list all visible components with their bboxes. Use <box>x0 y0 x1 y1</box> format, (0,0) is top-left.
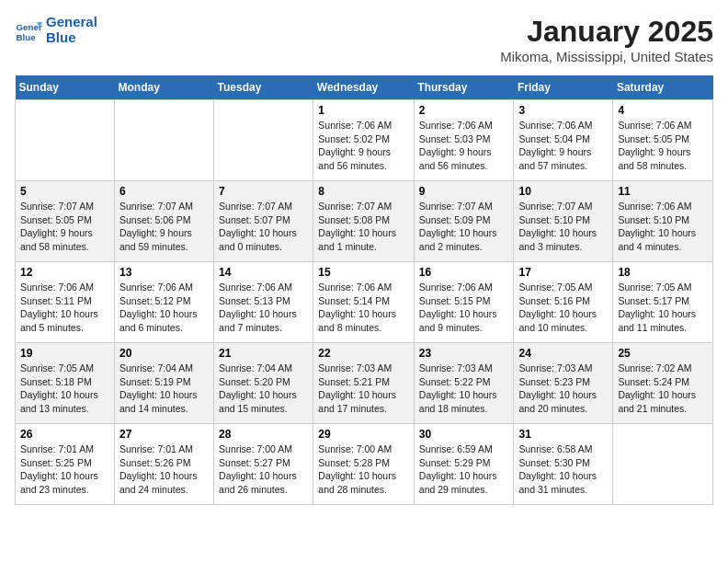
day-number: 5 <box>20 185 109 198</box>
calendar-subtitle: Mikoma, Mississippi, United States <box>500 49 713 64</box>
day-info: Sunrise: 7:06 AMSunset: 5:04 PMDaylight:… <box>518 119 608 173</box>
day-number: 2 <box>419 104 509 117</box>
day-number: 15 <box>318 266 408 279</box>
logo: General Blue General Blue <box>15 15 97 45</box>
calendar-cell: 12Sunrise: 7:06 AMSunset: 5:11 PMDayligh… <box>16 262 115 343</box>
calendar-cell: 18Sunrise: 7:05 AMSunset: 5:17 PMDayligh… <box>613 262 713 343</box>
day-number: 29 <box>318 428 408 441</box>
day-info: Sunrise: 7:07 AMSunset: 5:07 PMDaylight:… <box>219 200 308 254</box>
calendar-cell: 21Sunrise: 7:04 AMSunset: 5:20 PMDayligh… <box>214 343 313 424</box>
calendar-cell <box>214 100 313 181</box>
calendar-cell: 13Sunrise: 7:06 AMSunset: 5:12 PMDayligh… <box>114 262 213 343</box>
calendar-week-4: 19Sunrise: 7:05 AMSunset: 5:18 PMDayligh… <box>16 343 713 424</box>
svg-text:Blue: Blue <box>17 31 37 41</box>
calendar-cell: 9Sunrise: 7:07 AMSunset: 5:09 PMDaylight… <box>414 181 514 262</box>
day-info: Sunrise: 7:03 AMSunset: 5:23 PMDaylight:… <box>518 362 608 416</box>
calendar-cell: 23Sunrise: 7:03 AMSunset: 5:22 PMDayligh… <box>414 343 514 424</box>
calendar-week-3: 12Sunrise: 7:06 AMSunset: 5:11 PMDayligh… <box>16 262 713 343</box>
calendar-cell: 2Sunrise: 7:06 AMSunset: 5:03 PMDaylight… <box>414 100 514 181</box>
day-number: 20 <box>119 347 209 360</box>
day-info: Sunrise: 7:01 AMSunset: 5:26 PMDaylight:… <box>119 442 209 497</box>
day-info: Sunrise: 7:01 AMSunset: 5:25 PMDaylight:… <box>20 442 109 497</box>
day-info: Sunrise: 7:05 AMSunset: 5:18 PMDaylight:… <box>20 362 109 416</box>
calendar-cell: 17Sunrise: 7:05 AMSunset: 5:16 PMDayligh… <box>514 262 613 343</box>
day-info: Sunrise: 7:06 AMSunset: 5:05 PMDaylight:… <box>618 119 708 173</box>
calendar-cell: 4Sunrise: 7:06 AMSunset: 5:05 PMDaylight… <box>613 100 713 181</box>
calendar-cell: 3Sunrise: 7:06 AMSunset: 5:04 PMDaylight… <box>514 100 613 181</box>
day-info: Sunrise: 7:03 AMSunset: 5:21 PMDaylight:… <box>318 362 408 416</box>
day-info: Sunrise: 7:03 AMSunset: 5:22 PMDaylight:… <box>419 362 509 416</box>
weekday-header-wednesday: Wednesday <box>313 75 414 100</box>
calendar-cell: 31Sunrise: 6:58 AMSunset: 5:30 PMDayligh… <box>514 424 613 505</box>
calendar-body: 1Sunrise: 7:06 AMSunset: 5:02 PMDaylight… <box>16 100 713 505</box>
day-info: Sunrise: 7:05 AMSunset: 5:16 PMDaylight:… <box>518 281 608 335</box>
day-number: 13 <box>119 266 209 279</box>
day-info: Sunrise: 7:00 AMSunset: 5:27 PMDaylight:… <box>219 442 308 497</box>
day-info: Sunrise: 7:06 AMSunset: 5:13 PMDaylight:… <box>219 281 308 335</box>
weekday-header-thursday: Thursday <box>414 75 514 100</box>
calendar-cell: 10Sunrise: 7:07 AMSunset: 5:10 PMDayligh… <box>514 181 613 262</box>
day-number: 22 <box>318 347 408 360</box>
calendar-week-1: 1Sunrise: 7:06 AMSunset: 5:02 PMDaylight… <box>16 100 713 181</box>
calendar-cell: 11Sunrise: 7:06 AMSunset: 5:10 PMDayligh… <box>613 181 713 262</box>
day-number: 14 <box>219 266 308 279</box>
day-info: Sunrise: 7:06 AMSunset: 5:14 PMDaylight:… <box>318 281 408 335</box>
calendar-cell: 7Sunrise: 7:07 AMSunset: 5:07 PMDaylight… <box>214 181 313 262</box>
page-header: General Blue General Blue January 2025 M… <box>15 15 713 64</box>
day-number: 21 <box>219 347 308 360</box>
day-number: 8 <box>318 185 408 198</box>
day-info: Sunrise: 7:04 AMSunset: 5:20 PMDaylight:… <box>219 362 308 416</box>
calendar-cell: 1Sunrise: 7:06 AMSunset: 5:02 PMDaylight… <box>313 100 414 181</box>
calendar-cell: 27Sunrise: 7:01 AMSunset: 5:26 PMDayligh… <box>114 424 213 505</box>
calendar-cell: 30Sunrise: 6:59 AMSunset: 5:29 PMDayligh… <box>414 424 514 505</box>
day-info: Sunrise: 7:06 AMSunset: 5:11 PMDaylight:… <box>20 281 109 335</box>
calendar-cell <box>16 100 115 181</box>
day-number: 28 <box>219 428 308 441</box>
calendar-cell: 20Sunrise: 7:04 AMSunset: 5:19 PMDayligh… <box>114 343 213 424</box>
calendar-cell <box>613 424 713 505</box>
day-number: 16 <box>419 266 509 279</box>
day-number: 12 <box>20 266 109 279</box>
day-number: 31 <box>518 428 608 441</box>
logo-line2: Blue <box>46 30 97 46</box>
day-info: Sunrise: 7:06 AMSunset: 5:03 PMDaylight:… <box>419 119 509 173</box>
calendar-cell: 6Sunrise: 7:07 AMSunset: 5:06 PMDaylight… <box>114 181 213 262</box>
weekday-header-saturday: Saturday <box>613 75 713 100</box>
calendar-cell: 24Sunrise: 7:03 AMSunset: 5:23 PMDayligh… <box>514 343 613 424</box>
day-info: Sunrise: 7:07 AMSunset: 5:10 PMDaylight:… <box>518 200 608 254</box>
day-info: Sunrise: 7:02 AMSunset: 5:24 PMDaylight:… <box>618 362 708 416</box>
day-number: 27 <box>119 428 209 441</box>
calendar-cell: 25Sunrise: 7:02 AMSunset: 5:24 PMDayligh… <box>613 343 713 424</box>
day-info: Sunrise: 7:00 AMSunset: 5:28 PMDaylight:… <box>318 442 408 497</box>
calendar-header: SundayMondayTuesdayWednesdayThursdayFrid… <box>16 75 713 100</box>
weekday-header-friday: Friday <box>514 75 613 100</box>
weekday-header-row: SundayMondayTuesdayWednesdayThursdayFrid… <box>16 75 713 100</box>
day-info: Sunrise: 7:06 AMSunset: 5:12 PMDaylight:… <box>119 281 209 335</box>
calendar-cell: 19Sunrise: 7:05 AMSunset: 5:18 PMDayligh… <box>16 343 115 424</box>
day-number: 18 <box>618 266 708 279</box>
day-number: 11 <box>618 185 708 198</box>
day-info: Sunrise: 7:07 AMSunset: 5:06 PMDaylight:… <box>119 200 209 254</box>
calendar-cell: 8Sunrise: 7:07 AMSunset: 5:08 PMDaylight… <box>313 181 414 262</box>
day-number: 9 <box>419 185 509 198</box>
calendar-cell: 16Sunrise: 7:06 AMSunset: 5:15 PMDayligh… <box>414 262 514 343</box>
day-info: Sunrise: 7:06 AMSunset: 5:15 PMDaylight:… <box>419 281 509 335</box>
day-number: 6 <box>119 185 209 198</box>
day-number: 26 <box>20 428 109 441</box>
title-block: January 2025 Mikoma, Mississippi, United… <box>500 15 713 64</box>
day-info: Sunrise: 7:06 AMSunset: 5:02 PMDaylight:… <box>318 119 408 173</box>
weekday-header-tuesday: Tuesday <box>214 75 313 100</box>
weekday-header-monday: Monday <box>114 75 213 100</box>
day-info: Sunrise: 7:07 AMSunset: 5:08 PMDaylight:… <box>318 200 408 254</box>
day-info: Sunrise: 7:06 AMSunset: 5:10 PMDaylight:… <box>618 200 708 254</box>
calendar-cell: 26Sunrise: 7:01 AMSunset: 5:25 PMDayligh… <box>16 424 115 505</box>
day-number: 17 <box>518 266 608 279</box>
day-number: 19 <box>20 347 109 360</box>
day-number: 25 <box>618 347 708 360</box>
calendar-cell <box>114 100 213 181</box>
day-number: 7 <box>219 185 308 198</box>
day-info: Sunrise: 6:59 AMSunset: 5:29 PMDaylight:… <box>419 442 509 497</box>
day-info: Sunrise: 7:07 AMSunset: 5:09 PMDaylight:… <box>419 200 509 254</box>
calendar-cell: 15Sunrise: 7:06 AMSunset: 5:14 PMDayligh… <box>313 262 414 343</box>
day-info: Sunrise: 7:05 AMSunset: 5:17 PMDaylight:… <box>618 281 708 335</box>
